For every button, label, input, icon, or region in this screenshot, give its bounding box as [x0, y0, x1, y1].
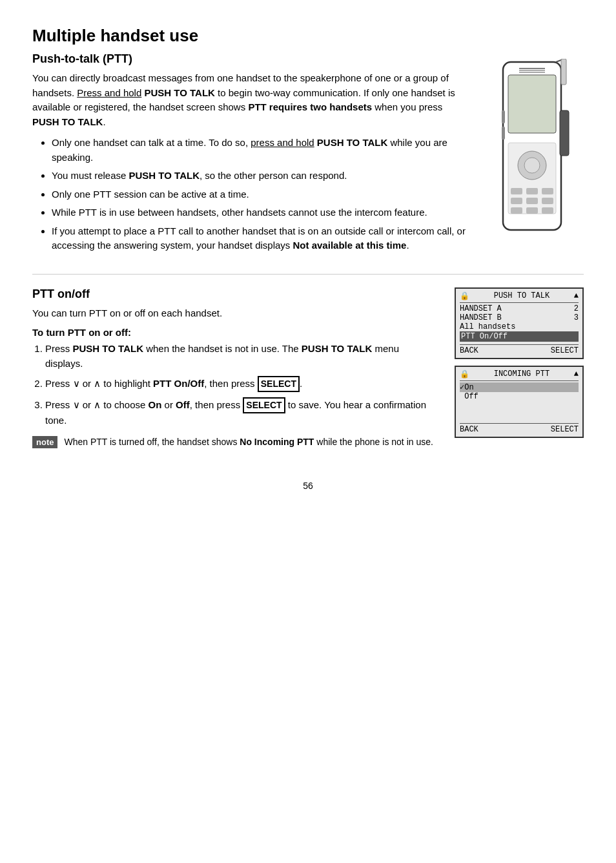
screen2-select-btn[interactable]: SELECT	[551, 425, 579, 434]
bullet-2: You must release PUSH TO TALK, so the ot…	[52, 169, 467, 183]
svg-rect-14	[511, 207, 522, 214]
screen1-arrow-up: ▲	[574, 291, 579, 301]
screen1-label-hb: HANDSET B	[460, 313, 502, 322]
step-2: Press ∨ or ∧ to highlight PTT On/Off, th…	[45, 376, 435, 392]
screen1-back-btn[interactable]: BACK	[460, 346, 478, 355]
handset-device-image: PUSH TO TALK	[480, 52, 584, 261]
screen2-back-btn[interactable]: BACK	[460, 425, 478, 434]
step-1: Press PUSH TO TALK when the handset is n…	[45, 342, 435, 371]
svg-rect-1	[508, 75, 556, 133]
svg-rect-13	[542, 198, 553, 204]
screen1-select-btn[interactable]: SELECT	[551, 346, 579, 355]
ptt-intro-text: Push-to-talk (PTT) You can directly broa…	[32, 52, 467, 261]
screen1-label-ha: HANDSET A	[460, 304, 502, 313]
bullet-3: Only one PTT session can be active at a …	[52, 187, 467, 202]
svg-rect-22	[502, 127, 505, 140]
svg-rect-8	[511, 188, 522, 194]
screen2-lock-icon: 🔒	[460, 369, 469, 379]
svg-rect-10	[542, 188, 553, 194]
screen1-row-handset-a: HANDSET A 2	[460, 304, 579, 313]
section-divider	[32, 274, 584, 275]
svg-rect-16	[542, 207, 553, 214]
note-box: note When PTT is turned off, the handset…	[32, 436, 435, 449]
screen2-arrow-up: ▲	[574, 369, 579, 379]
intro-bold3: PUSH TO TALK	[32, 116, 103, 127]
intro-bold1: PUSH TO TALK	[144, 87, 214, 98]
screen2-header: 🔒 INCOMING PTT ▲	[460, 369, 579, 381]
intro-bold2: PTT requires two handsets	[248, 101, 372, 112]
screen1-row-all-handsets: All handsets	[460, 322, 579, 331]
svg-point-7	[524, 158, 540, 173]
screen1-label-all: All handsets	[460, 322, 515, 331]
bullet-5: If you attempt to place a PTT call to an…	[52, 224, 467, 253]
screen2-title: INCOMING PTT	[494, 369, 549, 379]
intro-underline: Press and hold	[77, 87, 141, 98]
svg-rect-20	[561, 59, 566, 85]
handset-svg: PUSH TO TALK	[484, 59, 580, 240]
step-3: Press ∨ or ∧ to choose On or Off, then p…	[45, 397, 435, 428]
screen-ptt-menu: 🔒 PUSH TO TALK ▲ HANDSET A 2 HANDSET B 3…	[455, 287, 584, 359]
intro-end: .	[103, 116, 105, 127]
screen1-title: PUSH TO TALK	[494, 291, 549, 301]
note-label: note	[32, 436, 57, 448]
screen1-label-ptt-onoff: PTT On/Off	[461, 332, 508, 341]
page-number: 56	[32, 481, 584, 491]
svg-rect-9	[526, 188, 538, 194]
svg-rect-21	[502, 110, 505, 123]
bullet-1: Only one handset can talk at a time. To …	[52, 136, 467, 165]
screen2-row-on: ✓On	[460, 382, 579, 392]
screen2-row-off: Off	[460, 392, 579, 401]
screen1-header: 🔒 PUSH TO TALK ▲	[460, 291, 579, 303]
screens-column: 🔒 PUSH TO TALK ▲ HANDSET A 2 HANDSET B 3…	[455, 287, 584, 455]
svg-rect-15	[526, 207, 538, 214]
svg-rect-12	[526, 198, 538, 204]
screen1-val-hb: 3	[574, 313, 579, 322]
ptt-steps-list: Press PUSH TO TALK when the handset is n…	[45, 342, 435, 428]
screen2-label-off: Off	[460, 392, 478, 401]
screen2-label-on: ✓On	[460, 382, 474, 392]
bottom-layout: PTT on/off You can turn PTT on or off on…	[32, 287, 584, 455]
screen1-footer: BACK SELECT	[460, 344, 579, 355]
ptt-section-top: Push-to-talk (PTT) You can directly broa…	[32, 52, 584, 261]
svg-rect-11	[511, 198, 522, 204]
screen-incoming-ptt: 🔒 INCOMING PTT ▲ ✓On Off BACK SELECT	[455, 366, 584, 438]
note-text: When PTT is turned off, the handset show…	[64, 436, 433, 449]
ptt-onoff-text: PTT on/off You can turn PTT on or off on…	[32, 287, 435, 455]
ptt-onoff-section: PTT on/off You can turn PTT on or off on…	[32, 287, 584, 455]
ptt-heading: Push-to-talk (PTT)	[32, 52, 467, 66]
ptt-intro-paragraph: You can directly broadcast messages from…	[32, 71, 467, 129]
ptt-onoff-heading: PTT on/off	[32, 287, 435, 301]
intro-cont2: when you press	[375, 101, 442, 112]
page-title: Multiple handset use	[32, 26, 584, 46]
screen1-row-ptt-onoff: PTT On/Off	[460, 331, 579, 342]
screen2-footer: BACK SELECT	[460, 423, 579, 434]
screen1-row-handset-b: HANDSET B 3	[460, 313, 579, 322]
screen1-lock-icon: 🔒	[460, 291, 469, 301]
ptt-onoff-subheading: To turn PTT on or off:	[32, 327, 435, 338]
ptt-onoff-intro: You can turn PTT on or off on each hands…	[32, 306, 435, 321]
ptt-bullets: Only one handset can talk at a time. To …	[52, 136, 467, 253]
screen1-val-ha: 2	[574, 304, 579, 313]
svg-rect-17	[560, 110, 569, 156]
bullet-4: While PTT is in use between handsets, ot…	[52, 205, 467, 220]
